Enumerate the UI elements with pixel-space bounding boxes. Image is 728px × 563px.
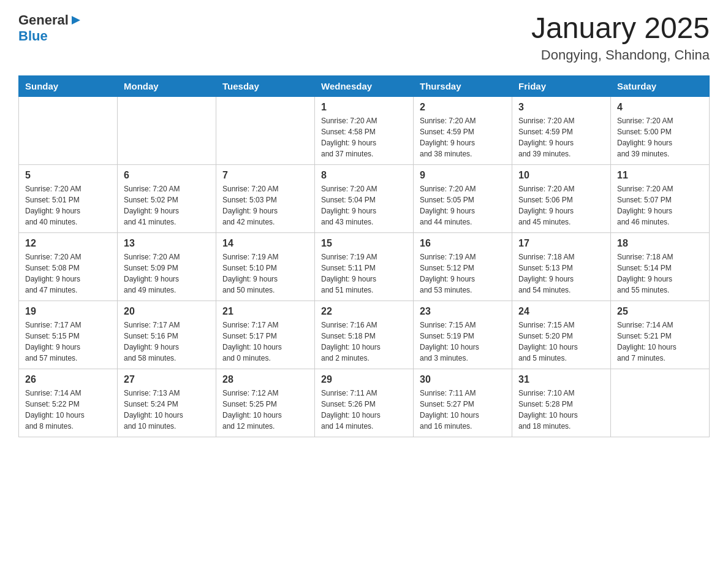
day-number: 10 [518, 170, 604, 181]
day-info: Sunrise: 7:11 AM Sunset: 5:26 PM Dayligh… [321, 388, 407, 432]
day-info: Sunrise: 7:20 AM Sunset: 5:05 PM Dayligh… [420, 183, 506, 228]
calendar-day-header: Saturday [611, 75, 710, 96]
calendar-cell: 13Sunrise: 7:20 AM Sunset: 5:09 PM Dayli… [118, 232, 216, 301]
day-number: 4 [617, 102, 703, 113]
calendar-day-header: Friday [512, 75, 611, 96]
calendar-header-row: SundayMondayTuesdayWednesdayThursdayFrid… [19, 75, 710, 96]
day-number: 29 [321, 374, 407, 385]
calendar-cell: 7Sunrise: 7:20 AM Sunset: 5:03 PM Daylig… [216, 164, 315, 232]
day-info: Sunrise: 7:16 AM Sunset: 5:18 PM Dayligh… [321, 320, 407, 364]
calendar-cell [611, 369, 710, 437]
calendar-cell: 31Sunrise: 7:10 AM Sunset: 5:28 PM Dayli… [512, 369, 611, 437]
day-info: Sunrise: 7:14 AM Sunset: 5:21 PM Dayligh… [617, 320, 703, 364]
day-number: 27 [124, 374, 210, 385]
title-block: January 2025 Dongying, Shandong, China [531, 12, 710, 63]
calendar-week-row: 19Sunrise: 7:17 AM Sunset: 5:15 PM Dayli… [19, 301, 710, 369]
day-number: 15 [321, 238, 407, 249]
day-number: 21 [222, 306, 308, 317]
calendar-cell: 1Sunrise: 7:20 AM Sunset: 4:58 PM Daylig… [315, 96, 414, 164]
calendar-cell: 2Sunrise: 7:20 AM Sunset: 4:59 PM Daylig… [414, 96, 512, 164]
calendar-cell: 23Sunrise: 7:15 AM Sunset: 5:19 PM Dayli… [414, 301, 512, 369]
day-number: 26 [25, 374, 111, 385]
day-number: 5 [25, 170, 111, 181]
logo: General Blue [18, 12, 82, 44]
day-number: 14 [222, 238, 308, 249]
day-info: Sunrise: 7:19 AM Sunset: 5:12 PM Dayligh… [420, 251, 506, 296]
calendar-cell: 25Sunrise: 7:14 AM Sunset: 5:21 PM Dayli… [611, 301, 710, 369]
calendar-cell: 30Sunrise: 7:11 AM Sunset: 5:27 PM Dayli… [414, 369, 512, 437]
calendar-cell: 16Sunrise: 7:19 AM Sunset: 5:12 PM Dayli… [414, 232, 512, 301]
month-title: January 2025 [531, 12, 710, 45]
day-info: Sunrise: 7:12 AM Sunset: 5:25 PM Dayligh… [222, 388, 308, 432]
day-info: Sunrise: 7:18 AM Sunset: 5:13 PM Dayligh… [518, 251, 604, 296]
calendar-cell [118, 96, 216, 164]
day-info: Sunrise: 7:20 AM Sunset: 5:01 PM Dayligh… [25, 183, 111, 228]
day-info: Sunrise: 7:19 AM Sunset: 5:11 PM Dayligh… [321, 251, 407, 296]
calendar-day-header: Monday [118, 75, 216, 96]
day-info: Sunrise: 7:15 AM Sunset: 5:20 PM Dayligh… [518, 320, 604, 364]
calendar-cell: 19Sunrise: 7:17 AM Sunset: 5:15 PM Dayli… [19, 301, 118, 369]
day-info: Sunrise: 7:20 AM Sunset: 5:04 PM Dayligh… [321, 183, 407, 228]
day-info: Sunrise: 7:20 AM Sunset: 4:58 PM Dayligh… [321, 115, 407, 159]
calendar-cell: 4Sunrise: 7:20 AM Sunset: 5:00 PM Daylig… [611, 96, 710, 164]
day-info: Sunrise: 7:19 AM Sunset: 5:10 PM Dayligh… [222, 251, 308, 296]
calendar-table: SundayMondayTuesdayWednesdayThursdayFrid… [18, 75, 710, 437]
day-info: Sunrise: 7:20 AM Sunset: 5:00 PM Dayligh… [617, 115, 703, 159]
day-number: 17 [518, 238, 604, 249]
day-info: Sunrise: 7:20 AM Sunset: 5:07 PM Dayligh… [617, 183, 703, 228]
day-info: Sunrise: 7:20 AM Sunset: 5:06 PM Dayligh… [518, 183, 604, 228]
day-number: 19 [25, 306, 111, 317]
day-number: 20 [124, 306, 210, 317]
calendar-cell: 6Sunrise: 7:20 AM Sunset: 5:02 PM Daylig… [118, 164, 216, 232]
calendar-day-header: Wednesday [315, 75, 414, 96]
calendar-week-row: 1Sunrise: 7:20 AM Sunset: 4:58 PM Daylig… [19, 96, 710, 164]
calendar-cell: 26Sunrise: 7:14 AM Sunset: 5:22 PM Dayli… [19, 369, 118, 437]
calendar-cell: 15Sunrise: 7:19 AM Sunset: 5:11 PM Dayli… [315, 232, 414, 301]
day-number: 23 [420, 306, 506, 317]
location-subtitle: Dongying, Shandong, China [531, 47, 710, 63]
day-number: 2 [420, 102, 506, 113]
day-info: Sunrise: 7:15 AM Sunset: 5:19 PM Dayligh… [420, 320, 506, 364]
day-number: 6 [124, 170, 210, 181]
calendar-cell: 27Sunrise: 7:13 AM Sunset: 5:24 PM Dayli… [118, 369, 216, 437]
logo-general-text: General [18, 12, 69, 28]
calendar-cell [216, 96, 315, 164]
day-number: 16 [420, 238, 506, 249]
day-info: Sunrise: 7:17 AM Sunset: 5:16 PM Dayligh… [124, 320, 210, 364]
day-number: 1 [321, 102, 407, 113]
calendar-day-header: Tuesday [216, 75, 315, 96]
day-info: Sunrise: 7:13 AM Sunset: 5:24 PM Dayligh… [124, 388, 210, 432]
day-number: 18 [617, 238, 703, 249]
logo-flag-icon [70, 15, 82, 26]
day-number: 11 [617, 170, 703, 181]
day-number: 9 [420, 170, 506, 181]
day-number: 30 [420, 374, 506, 385]
calendar-week-row: 5Sunrise: 7:20 AM Sunset: 5:01 PM Daylig… [19, 164, 710, 232]
day-number: 12 [25, 238, 111, 249]
day-number: 31 [518, 374, 604, 385]
page-header: General Blue January 2025 Dongying, Shan… [18, 12, 710, 63]
day-info: Sunrise: 7:20 AM Sunset: 4:59 PM Dayligh… [420, 115, 506, 159]
calendar-week-row: 26Sunrise: 7:14 AM Sunset: 5:22 PM Dayli… [19, 369, 710, 437]
calendar-cell: 14Sunrise: 7:19 AM Sunset: 5:10 PM Dayli… [216, 232, 315, 301]
calendar-day-header: Thursday [414, 75, 512, 96]
day-info: Sunrise: 7:20 AM Sunset: 5:03 PM Dayligh… [222, 183, 308, 228]
calendar-cell: 11Sunrise: 7:20 AM Sunset: 5:07 PM Dayli… [611, 164, 710, 232]
calendar-cell: 20Sunrise: 7:17 AM Sunset: 5:16 PM Dayli… [118, 301, 216, 369]
calendar-cell: 8Sunrise: 7:20 AM Sunset: 5:04 PM Daylig… [315, 164, 414, 232]
calendar-cell: 10Sunrise: 7:20 AM Sunset: 5:06 PM Dayli… [512, 164, 611, 232]
calendar-cell: 17Sunrise: 7:18 AM Sunset: 5:13 PM Dayli… [512, 232, 611, 301]
calendar-cell: 3Sunrise: 7:20 AM Sunset: 4:59 PM Daylig… [512, 96, 611, 164]
calendar-cell: 5Sunrise: 7:20 AM Sunset: 5:01 PM Daylig… [19, 164, 118, 232]
day-info: Sunrise: 7:17 AM Sunset: 5:15 PM Dayligh… [25, 320, 111, 364]
day-info: Sunrise: 7:18 AM Sunset: 5:14 PM Dayligh… [617, 251, 703, 296]
day-info: Sunrise: 7:20 AM Sunset: 5:09 PM Dayligh… [124, 251, 210, 296]
day-info: Sunrise: 7:14 AM Sunset: 5:22 PM Dayligh… [25, 388, 111, 432]
calendar-cell: 21Sunrise: 7:17 AM Sunset: 5:17 PM Dayli… [216, 301, 315, 369]
calendar-cell: 24Sunrise: 7:15 AM Sunset: 5:20 PM Dayli… [512, 301, 611, 369]
calendar-week-row: 12Sunrise: 7:20 AM Sunset: 5:08 PM Dayli… [19, 232, 710, 301]
calendar-cell: 22Sunrise: 7:16 AM Sunset: 5:18 PM Dayli… [315, 301, 414, 369]
day-info: Sunrise: 7:10 AM Sunset: 5:28 PM Dayligh… [518, 388, 604, 432]
calendar-day-header: Sunday [19, 75, 118, 96]
day-number: 28 [222, 374, 308, 385]
